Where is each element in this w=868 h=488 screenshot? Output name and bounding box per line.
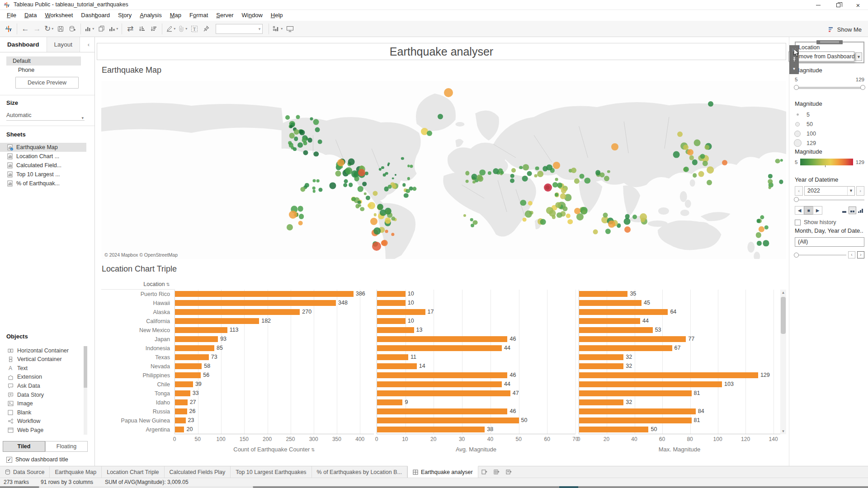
bar-mark[interactable] xyxy=(377,427,485,432)
stop-button[interactable]: ■ xyxy=(804,206,813,215)
earthquake-mark[interactable] xyxy=(373,227,381,235)
earthquake-mark[interactable] xyxy=(473,220,478,225)
clear-sheet-button[interactable]: ▾ xyxy=(107,23,119,35)
earthquake-mark[interactable] xyxy=(343,183,348,188)
earthquake-mark[interactable] xyxy=(700,154,705,159)
menu-item-analysis[interactable]: Analysis xyxy=(136,10,165,21)
earthquake-mark[interactable] xyxy=(357,200,361,204)
earthquake-mark[interactable] xyxy=(698,171,704,177)
object-item-extension[interactable]: Extension xyxy=(0,373,82,381)
minimize-button[interactable] xyxy=(808,0,828,10)
paperclip-button[interactable]: ▾ xyxy=(177,23,189,35)
category-label[interactable]: Indonesia xyxy=(101,344,175,353)
bar-mark[interactable] xyxy=(579,399,623,405)
earthquake-mark[interactable] xyxy=(708,101,713,107)
earthquake-mark[interactable] xyxy=(349,183,353,187)
earthquake-mark[interactable] xyxy=(600,172,605,177)
bar-mark[interactable] xyxy=(377,318,406,324)
menu-item-story[interactable]: Story xyxy=(114,10,136,21)
category-label[interactable]: Tonga xyxy=(101,389,175,398)
earthquake-mark[interactable] xyxy=(303,150,308,155)
earthquake-mark[interactable] xyxy=(377,204,383,210)
undo-button[interactable]: ← xyxy=(19,23,31,35)
chart-scrollbar[interactable]: ▲ ▼ xyxy=(780,290,786,434)
earthquake-mark[interactable] xyxy=(535,166,539,170)
bar-mark[interactable] xyxy=(175,399,188,405)
bar-mark[interactable] xyxy=(579,327,653,333)
earthquake-mark[interactable] xyxy=(307,138,312,143)
earthquake-mark[interactable] xyxy=(358,186,363,192)
object-item-data-story[interactable]: Data Story xyxy=(0,390,82,399)
new-worksheet-button[interactable]: ▾ xyxy=(83,23,95,35)
show-me-button[interactable]: Show Me xyxy=(828,24,862,35)
tiled-button[interactable]: Tiled xyxy=(3,441,45,452)
earthquake-mark[interactable] xyxy=(381,239,388,246)
month-slider[interactable] xyxy=(795,254,846,256)
bar-mark[interactable] xyxy=(175,418,186,423)
earthquake-mark[interactable] xyxy=(392,183,396,187)
chevron-down-icon[interactable]: ▼ xyxy=(789,64,799,74)
earthquake-mark[interactable] xyxy=(312,190,316,193)
earthquake-mark[interactable] xyxy=(296,115,300,119)
device-item-phone[interactable]: Phone xyxy=(6,66,81,75)
earthquake-mark[interactable] xyxy=(520,200,526,206)
month-slider-handle[interactable] xyxy=(794,253,799,258)
earthquake-mark[interactable] xyxy=(677,131,683,137)
replay-button[interactable]: ↻▾ xyxy=(43,23,55,35)
size-dropdown[interactable]: Automatic▾ xyxy=(6,111,85,121)
earthquake-mark[interactable] xyxy=(555,202,561,208)
menu-item-dashboard[interactable]: Dashboard xyxy=(77,10,114,21)
scrollbar-thumb[interactable] xyxy=(39,486,253,488)
earthquake-mark[interactable] xyxy=(285,116,290,120)
sheet-tab-location-chart-triple[interactable]: Location Chart Triple xyxy=(102,466,164,478)
earthquake-mark[interactable] xyxy=(293,147,297,151)
bar-mark[interactable] xyxy=(579,291,627,297)
play-forward-button[interactable]: ▶ xyxy=(813,206,822,215)
earthquake-mark[interactable] xyxy=(404,193,409,198)
earthquake-mark[interactable] xyxy=(358,169,365,176)
location-filter-card[interactable]: Location Remove from Dashboard ▼ × ▼ xyxy=(795,42,864,63)
month-next-button[interactable]: › xyxy=(857,251,864,258)
earthquake-mark[interactable] xyxy=(574,208,580,214)
bar-mark[interactable] xyxy=(175,408,187,414)
earthquake-mark[interactable] xyxy=(611,143,618,150)
redo-button[interactable]: → xyxy=(31,23,43,35)
earthquake-mark[interactable] xyxy=(580,174,585,178)
earthquake-mark[interactable] xyxy=(511,168,516,173)
earthquake-mark[interactable] xyxy=(593,229,598,234)
bar-mark[interactable] xyxy=(175,327,227,333)
earthquake-mark[interactable] xyxy=(673,151,680,158)
category-label[interactable]: Papua New Guinea xyxy=(101,416,175,425)
range-slider[interactable] xyxy=(795,87,864,89)
earthquake-mark[interactable] xyxy=(385,230,388,233)
bar-mark[interactable] xyxy=(579,372,758,378)
earthquake-mark[interactable] xyxy=(632,215,637,219)
fit-dropdown[interactable]: ▾ xyxy=(216,24,263,34)
show-mark-labels-button[interactable]: T xyxy=(189,23,200,35)
earthquake-mark[interactable] xyxy=(756,219,760,223)
menu-item-file[interactable]: File xyxy=(3,10,20,21)
earthquake-mark[interactable] xyxy=(360,207,364,211)
tab-layout[interactable]: Layout xyxy=(47,37,80,52)
bar-mark[interactable] xyxy=(175,363,202,369)
category-label[interactable]: Chile xyxy=(101,380,175,389)
speed-medium-button[interactable] xyxy=(849,206,856,214)
bar-mark[interactable] xyxy=(377,408,507,414)
menu-item-window[interactable]: Window xyxy=(238,10,267,21)
sheet-tab-earthquake-map[interactable]: Earthquake Map xyxy=(50,466,102,478)
category-label[interactable]: Japan xyxy=(101,335,175,344)
menu-item-help[interactable]: Help xyxy=(267,10,287,21)
earthquake-mark[interactable] xyxy=(624,226,631,233)
object-item-vertical-container[interactable]: Vertical Container xyxy=(0,355,82,364)
floating-button[interactable]: Floating xyxy=(45,441,88,452)
category-label[interactable]: Nevada xyxy=(101,362,175,371)
bar-mark[interactable] xyxy=(175,291,354,297)
bar-mark[interactable] xyxy=(175,427,184,432)
bar-mark[interactable] xyxy=(377,291,406,297)
chevron-down-icon[interactable]: ▼ xyxy=(855,52,862,61)
bar-mark[interactable] xyxy=(377,399,402,405)
object-item-blank[interactable]: Blank xyxy=(0,408,82,417)
year-slider[interactable] xyxy=(795,199,864,201)
earthquake-mark[interactable] xyxy=(383,174,386,177)
highlight-button[interactable]: ▾ xyxy=(165,23,177,35)
